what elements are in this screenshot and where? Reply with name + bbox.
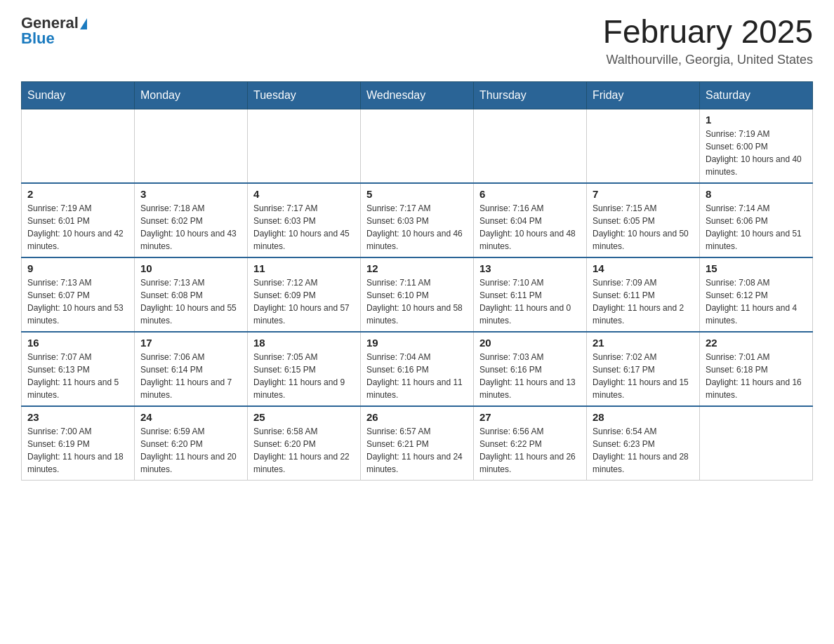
calendar-cell: 24Sunrise: 6:59 AMSunset: 6:20 PMDayligh… [135, 406, 248, 481]
page-header: General Blue February 2025 Walthourville… [21, 14, 813, 67]
logo-blue: Blue [21, 29, 55, 48]
day-info: Sunrise: 7:13 AMSunset: 6:08 PMDaylight:… [140, 276, 241, 327]
day-info: Sunrise: 7:03 AMSunset: 6:16 PMDaylight:… [479, 351, 581, 401]
day-number: 23 [27, 411, 128, 423]
calendar-cell: 16Sunrise: 7:07 AMSunset: 6:13 PMDayligh… [22, 332, 135, 406]
logo-arrow-icon [80, 18, 87, 29]
calendar-cell: 15Sunrise: 7:08 AMSunset: 6:12 PMDayligh… [700, 257, 813, 332]
day-of-week-header: Friday [587, 81, 700, 109]
calendar-cell: 22Sunrise: 7:01 AMSunset: 6:18 PMDayligh… [700, 332, 813, 406]
day-number: 11 [253, 262, 355, 274]
calendar-cell [361, 109, 474, 183]
day-info: Sunrise: 7:17 AMSunset: 6:03 PMDaylight:… [253, 202, 355, 253]
day-number: 26 [366, 411, 468, 423]
calendar-week-row: 9Sunrise: 7:13 AMSunset: 6:07 PMDaylight… [22, 257, 813, 332]
calendar-cell: 6Sunrise: 7:16 AMSunset: 6:04 PMDaylight… [474, 183, 587, 257]
day-number: 2 [27, 188, 128, 200]
calendar-cell: 5Sunrise: 7:17 AMSunset: 6:03 PMDaylight… [361, 183, 474, 257]
calendar-cell: 8Sunrise: 7:14 AMSunset: 6:06 PMDaylight… [700, 183, 813, 257]
calendar-cell [700, 406, 813, 481]
calendar-cell: 18Sunrise: 7:05 AMSunset: 6:15 PMDayligh… [248, 332, 361, 406]
day-of-week-header: Tuesday [248, 81, 361, 109]
day-info: Sunrise: 7:00 AMSunset: 6:19 PMDaylight:… [27, 425, 128, 476]
day-number: 9 [27, 262, 128, 274]
calendar-cell [22, 109, 135, 183]
day-info: Sunrise: 7:04 AMSunset: 6:16 PMDaylight:… [366, 351, 468, 401]
location: Walthourville, Georgia, United States [603, 53, 813, 67]
calendar-cell: 20Sunrise: 7:03 AMSunset: 6:16 PMDayligh… [474, 332, 587, 406]
day-info: Sunrise: 7:05 AMSunset: 6:15 PMDaylight:… [253, 351, 355, 401]
calendar-cell [248, 109, 361, 183]
day-number: 18 [253, 337, 355, 349]
calendar-week-row: 16Sunrise: 7:07 AMSunset: 6:13 PMDayligh… [22, 332, 813, 406]
calendar-cell: 21Sunrise: 7:02 AMSunset: 6:17 PMDayligh… [587, 332, 700, 406]
day-of-week-header: Saturday [700, 81, 813, 109]
day-number: 28 [593, 411, 694, 423]
day-number: 7 [593, 188, 694, 200]
day-info: Sunrise: 7:15 AMSunset: 6:05 PMDaylight:… [593, 202, 694, 253]
day-info: Sunrise: 7:11 AMSunset: 6:10 PMDaylight:… [366, 276, 468, 327]
day-number: 17 [140, 337, 241, 349]
day-number: 16 [27, 337, 128, 349]
day-number: 13 [479, 262, 581, 274]
day-number: 6 [479, 188, 581, 200]
calendar-week-row: 23Sunrise: 7:00 AMSunset: 6:19 PMDayligh… [22, 406, 813, 481]
calendar-week-row: 1Sunrise: 7:19 AMSunset: 6:00 PMDaylight… [22, 109, 813, 183]
day-info: Sunrise: 6:56 AMSunset: 6:22 PMDaylight:… [479, 425, 581, 476]
day-of-week-header: Monday [135, 81, 248, 109]
day-info: Sunrise: 7:09 AMSunset: 6:11 PMDaylight:… [593, 276, 694, 327]
calendar-table: SundayMondayTuesdayWednesdayThursdayFrid… [21, 81, 813, 481]
calendar-cell [135, 109, 248, 183]
day-number: 3 [140, 188, 241, 200]
calendar-cell [474, 109, 587, 183]
calendar-cell: 25Sunrise: 6:58 AMSunset: 6:20 PMDayligh… [248, 406, 361, 481]
calendar-cell [587, 109, 700, 183]
title-area: February 2025 Walthourville, Georgia, Un… [603, 14, 813, 67]
calendar-week-row: 2Sunrise: 7:19 AMSunset: 6:01 PMDaylight… [22, 183, 813, 257]
day-info: Sunrise: 7:10 AMSunset: 6:11 PMDaylight:… [479, 276, 581, 327]
day-info: Sunrise: 7:08 AMSunset: 6:12 PMDaylight:… [706, 276, 807, 327]
day-number: 10 [140, 262, 241, 274]
day-info: Sunrise: 7:06 AMSunset: 6:14 PMDaylight:… [140, 351, 241, 401]
day-number: 27 [479, 411, 581, 423]
calendar-cell: 7Sunrise: 7:15 AMSunset: 6:05 PMDaylight… [587, 183, 700, 257]
logo: General Blue [21, 14, 87, 48]
day-of-week-header: Sunday [22, 81, 135, 109]
day-number: 1 [706, 114, 807, 126]
day-info: Sunrise: 7:07 AMSunset: 6:13 PMDaylight:… [27, 351, 128, 401]
day-number: 22 [706, 337, 807, 349]
day-info: Sunrise: 7:14 AMSunset: 6:06 PMDaylight:… [706, 202, 807, 253]
calendar-cell: 14Sunrise: 7:09 AMSunset: 6:11 PMDayligh… [587, 257, 700, 332]
day-info: Sunrise: 6:58 AMSunset: 6:20 PMDaylight:… [253, 425, 355, 476]
day-number: 8 [706, 188, 807, 200]
day-info: Sunrise: 6:57 AMSunset: 6:21 PMDaylight:… [366, 425, 468, 476]
calendar-cell: 4Sunrise: 7:17 AMSunset: 6:03 PMDaylight… [248, 183, 361, 257]
day-info: Sunrise: 7:17 AMSunset: 6:03 PMDaylight:… [366, 202, 468, 253]
day-number: 14 [593, 262, 694, 274]
calendar-cell: 1Sunrise: 7:19 AMSunset: 6:00 PMDaylight… [700, 109, 813, 183]
day-number: 4 [253, 188, 355, 200]
day-of-week-header: Wednesday [361, 81, 474, 109]
calendar-cell: 3Sunrise: 7:18 AMSunset: 6:02 PMDaylight… [135, 183, 248, 257]
calendar-cell: 26Sunrise: 6:57 AMSunset: 6:21 PMDayligh… [361, 406, 474, 481]
day-info: Sunrise: 7:16 AMSunset: 6:04 PMDaylight:… [479, 202, 581, 253]
day-info: Sunrise: 6:54 AMSunset: 6:23 PMDaylight:… [593, 425, 694, 476]
calendar-cell: 12Sunrise: 7:11 AMSunset: 6:10 PMDayligh… [361, 257, 474, 332]
day-number: 5 [366, 188, 468, 200]
calendar-cell: 28Sunrise: 6:54 AMSunset: 6:23 PMDayligh… [587, 406, 700, 481]
day-info: Sunrise: 6:59 AMSunset: 6:20 PMDaylight:… [140, 425, 241, 476]
day-number: 20 [479, 337, 581, 349]
calendar-cell: 9Sunrise: 7:13 AMSunset: 6:07 PMDaylight… [22, 257, 135, 332]
day-number: 25 [253, 411, 355, 423]
day-number: 24 [140, 411, 241, 423]
calendar-cell: 19Sunrise: 7:04 AMSunset: 6:16 PMDayligh… [361, 332, 474, 406]
day-number: 12 [366, 262, 468, 274]
day-info: Sunrise: 7:02 AMSunset: 6:17 PMDaylight:… [593, 351, 694, 401]
calendar-cell: 2Sunrise: 7:19 AMSunset: 6:01 PMDaylight… [22, 183, 135, 257]
day-info: Sunrise: 7:18 AMSunset: 6:02 PMDaylight:… [140, 202, 241, 253]
day-info: Sunrise: 7:13 AMSunset: 6:07 PMDaylight:… [27, 276, 128, 327]
day-number: 19 [366, 337, 468, 349]
day-info: Sunrise: 7:01 AMSunset: 6:18 PMDaylight:… [706, 351, 807, 401]
day-info: Sunrise: 7:12 AMSunset: 6:09 PMDaylight:… [253, 276, 355, 327]
calendar-cell: 27Sunrise: 6:56 AMSunset: 6:22 PMDayligh… [474, 406, 587, 481]
